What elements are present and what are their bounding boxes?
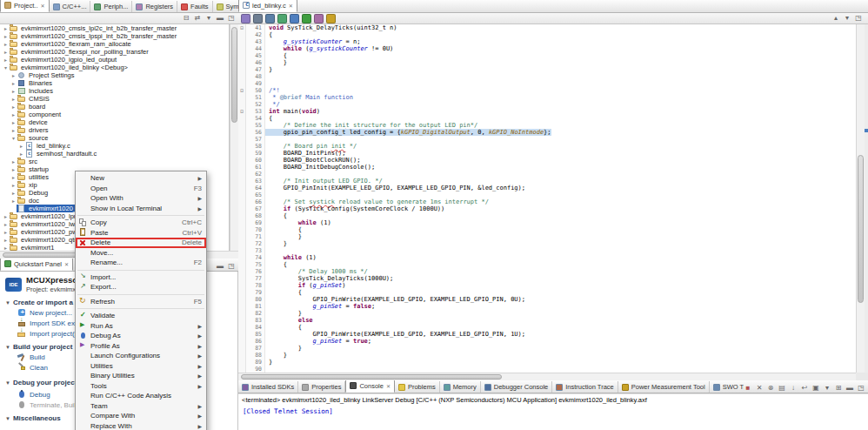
tree-expanded-arrow-icon[interactable]: ▾	[10, 135, 17, 141]
menu-item-move[interactable]: Move...	[76, 248, 206, 259]
code-line[interactable]: 75 {	[238, 261, 856, 268]
fold-collapse-icon[interactable]: ⊟	[238, 87, 246, 94]
menu-item-rename[interactable]: Rename...F2	[76, 258, 206, 268]
tab-console[interactable]: Console✕	[345, 380, 395, 393]
menu-item-export[interactable]: Export...	[76, 282, 206, 292]
tree-item-component[interactable]: ▸component	[0, 111, 229, 118]
tree-item-evkmimxrt1020-cmsis-lpi2c-int-b2b-transfer-master[interactable]: ▸evkmimxrt1020_cmsis_lpi2c_int_b2b_trans…	[0, 24, 229, 32]
link-with-editor-icon[interactable]: ⇄	[193, 14, 202, 23]
code-line[interactable]: 65	[238, 191, 856, 198]
code-line[interactable]: 88 }	[238, 352, 856, 359]
tree-collapsed-arrow-icon[interactable]: ▸	[18, 151, 24, 157]
tree-collapsed-arrow-icon[interactable]: ▸	[10, 111, 17, 118]
tree-collapsed-arrow-icon[interactable]: ▸	[10, 119, 17, 125]
tree-collapsed-arrow-icon[interactable]: ▸	[3, 213, 9, 219]
code-line[interactable]: ⊟53int main(void)	[238, 108, 856, 115]
code-line[interactable]: 68 {	[238, 212, 856, 219]
maximize-icon[interactable]: ◳	[227, 262, 236, 271]
tree-item-project-settings[interactable]: ▸Project Settings	[0, 71, 229, 79]
menu-item-team[interactable]: Team▶	[76, 401, 206, 412]
search-icon[interactable]	[326, 14, 336, 24]
code-line[interactable]: 47}	[238, 66, 856, 73]
code-line[interactable]: 78 if (g_pinSet)	[238, 282, 856, 289]
maximize-icon[interactable]: ◳	[854, 14, 863, 23]
scrollbar-thumb[interactable]	[241, 374, 502, 380]
menu-item-import[interactable]: Import...	[76, 272, 206, 283]
tree-item-source[interactable]: ▾source	[0, 134, 229, 142]
code-line[interactable]: 61 BOARD_InitDebugConsole();	[238, 164, 856, 171]
terminate-icon[interactable]: ■	[744, 384, 752, 393]
tree-collapsed-arrow-icon[interactable]: ▸	[3, 237, 9, 243]
menu-item-utilities[interactable]: Utilities▶	[76, 361, 206, 372]
tree-item-binaries[interactable]: ▸Binaries	[0, 79, 229, 87]
scrollbar-th_umb[interactable]	[231, 27, 237, 123]
code-line[interactable]: 59 BOARD_InitPins();	[238, 150, 856, 157]
code-line[interactable]: 49	[238, 80, 856, 87]
word-wrap-icon[interactable]: ↩	[800, 384, 809, 393]
tab-swo-trace-config[interactable]: SWO Trace Config	[710, 381, 744, 393]
menu-item-run-c-c-code-analysis[interactable]: Run C/C++ Code Analysis	[76, 391, 206, 401]
menu-item-compare-with[interactable]: Compare With▶	[76, 411, 206, 421]
fold-collapse-icon[interactable]: ⊟	[238, 24, 246, 31]
tree-collapsed-arrow-icon[interactable]: ▸	[18, 143, 24, 149]
tree-collapsed-arrow-icon[interactable]: ▸	[3, 229, 9, 235]
code-line[interactable]: 52 */	[238, 101, 856, 108]
tree-item-device[interactable]: ▸device	[0, 118, 229, 126]
menu-item-run-as[interactable]: Run As▶	[76, 321, 206, 332]
tree-collapsed-arrow-icon[interactable]: ▸	[10, 174, 17, 180]
clear-console-icon[interactable]: ▤	[778, 384, 786, 393]
close-icon[interactable]: ✕	[289, 3, 293, 9]
tree-expanded-arrow-icon[interactable]: ▾	[3, 64, 9, 71]
tree-item-evkmimxrt1020-cmsis-lpspi-int-b2b-transfer-master[interactable]: ▸evkmimxrt1020_cmsis_lpspi_int_b2b_trans…	[0, 32, 229, 40]
minimize-icon[interactable]: ▬	[216, 262, 224, 271]
tab-quickstart-panel[interactable]: Quickstart Panel✕	[0, 259, 73, 271]
code-line[interactable]: ⊟41void SysTick_DelayTicks(uint32_t n)	[238, 24, 856, 31]
code-line[interactable]: 83 else	[238, 317, 856, 324]
code-line[interactable]: 42{	[238, 31, 856, 38]
code-line[interactable]: 51 * @brief Main function	[238, 94, 856, 101]
debug-icon[interactable]	[290, 14, 299, 24]
code-line[interactable]: 87 }	[238, 345, 856, 352]
tab-c-c[interactable]: C/C++...	[50, 1, 91, 12]
tree-item-evkmimxrt1020-flexram-ram-allocate[interactable]: ▸evkmimxrt1020_flexram_ram_allocate	[0, 40, 229, 48]
tab-installed-sdks[interactable]: Installed SDKs	[238, 381, 298, 393]
tab-problems[interactable]: Problems	[395, 381, 440, 393]
console-output[interactable]: [Closed Telnet Session]	[238, 405, 868, 430]
code-line[interactable]: 69 while (1)	[238, 219, 856, 226]
code-line[interactable]: 71 }	[238, 233, 856, 240]
editor-tab-led-blinky-c[interactable]: led_blinky.c✕	[238, 0, 297, 12]
code-line[interactable]: 66 /* Set systick reload value to genera…	[238, 198, 856, 205]
previous-annotation-icon[interactable]: ▴	[831, 14, 840, 23]
code-line[interactable]: 85 GPIO_PinWrite(EXAMPLE_LED_GPIO, EXAMP…	[238, 331, 856, 338]
tree-collapsed-arrow-icon[interactable]: ▸	[10, 190, 17, 196]
maximize-icon[interactable]: ◳	[857, 384, 865, 393]
code-line[interactable]: 43 g_systickCounter = n;	[238, 38, 856, 45]
code-line[interactable]: 82 }	[238, 310, 856, 317]
close-icon[interactable]: ✕	[64, 261, 69, 267]
code-line[interactable]: 79 {	[238, 289, 856, 296]
code-line[interactable]: ⊟50/*!	[238, 87, 856, 94]
code-line[interactable]: 73	[238, 247, 856, 254]
open-console-icon[interactable]: ⊞	[834, 384, 843, 393]
code-line[interactable]: 54{	[238, 115, 856, 122]
fold-collapse-icon[interactable]: ⊟	[238, 108, 246, 115]
code-line[interactable]: 62	[238, 171, 856, 178]
tree-collapsed-arrow-icon[interactable]: ▸	[10, 158, 17, 165]
tab-periph[interactable]: Periph...	[90, 1, 132, 12]
code-line[interactable]: 45 {	[238, 52, 856, 59]
tab-faults[interactable]: Faults	[177, 1, 212, 12]
tab-memory[interactable]: Memory	[440, 381, 481, 393]
tree-collapsed-arrow-icon[interactable]: ▸	[3, 25, 9, 31]
code-line[interactable]: 56 gpio_pin_config_t led_config = {kGPIO…	[238, 129, 856, 136]
code-line[interactable]: 70 {	[238, 226, 856, 233]
code-line[interactable]: 44 while (g_systickCounter != 0U)	[238, 45, 856, 52]
code-line[interactable]: 48	[238, 73, 856, 80]
tree-item-semihost-hardfault-c[interactable]: ▸semihost_hardfault.c	[0, 150, 229, 158]
menu-item-replace-with[interactable]: Replace With▶	[76, 421, 206, 430]
tree-collapsed-arrow-icon[interactable]: ▸	[10, 72, 17, 78]
tree-collapsed-arrow-icon[interactable]: ▸	[10, 198, 17, 204]
collapse-all-icon[interactable]: ⊟	[182, 14, 190, 23]
tree-collapsed-arrow-icon[interactable]: ▸	[3, 49, 9, 55]
menu-item-profile-as[interactable]: Profile As▶	[76, 341, 206, 352]
menu-item-show-in-local-terminal[interactable]: Show in Local Terminal▶	[76, 204, 206, 214]
